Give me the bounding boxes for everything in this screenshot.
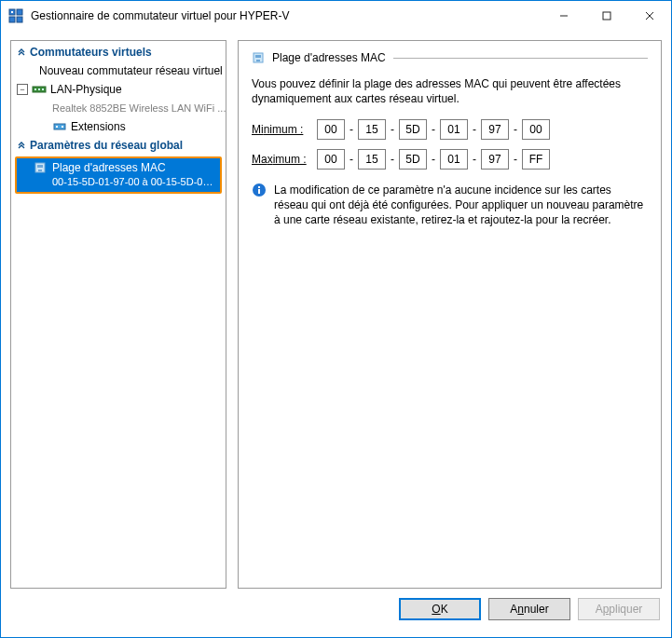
dialog-footer: OK Annuler Appliquer <box>10 589 662 630</box>
tree-item-mac-range[interactable]: Plage d'adresses MAC 00-15-5D-01-97-00 à… <box>17 158 220 192</box>
tree-collapse-icon[interactable]: − <box>17 84 28 95</box>
tree-panel: Commutateurs virtuels Nouveau commutateu… <box>10 40 226 589</box>
svg-rect-4 <box>603 12 610 20</box>
mac-max-1[interactable] <box>317 149 345 170</box>
cancel-button[interactable]: Annuler <box>488 598 570 620</box>
window-title: Gestionnaire de commutateur virtuel pour… <box>31 9 542 22</box>
mac-min-4[interactable] <box>440 119 468 140</box>
svg-rect-2 <box>9 17 15 22</box>
mac-max-inputs: - - - - - <box>317 149 550 170</box>
titlebar: Gestionnaire de commutateur virtuel pour… <box>1 1 671 31</box>
tree-item-mac-range-highlight: Plage d'adresses MAC 00-15-5D-01-97-00 à… <box>15 156 222 194</box>
mac-max-2[interactable] <box>358 149 386 170</box>
tree-item-lan-physique[interactable]: − LAN-Physique <box>11 80 226 99</box>
svg-rect-11 <box>54 124 65 129</box>
nic-icon <box>252 50 267 65</box>
app-icon <box>8 8 23 23</box>
tree-item-sublabel: 00-15-5D-01-97-00 à 00-15-5D-01... <box>34 175 216 189</box>
description-text: Vous pouvez définir la plage des adresse… <box>252 76 648 106</box>
tree-item-label: Plage d'adresses MAC <box>52 161 166 175</box>
info-text: La modification de ce paramètre n'a aucu… <box>274 183 648 227</box>
tree-section-virtual-switches[interactable]: Commutateurs virtuels <box>11 43 226 61</box>
section-divider <box>393 58 648 59</box>
svg-rect-8 <box>34 88 36 90</box>
mac-min-5[interactable] <box>481 119 509 140</box>
switch-icon <box>32 82 47 97</box>
svg-rect-22 <box>258 186 260 188</box>
tree-item-label: Nouveau commutateur réseau virtuel <box>39 63 223 78</box>
tree-item-label: Extensions <box>71 119 126 134</box>
window-controls <box>542 1 671 31</box>
maximize-button[interactable] <box>585 1 628 31</box>
tree-section-label: Paramètres du réseau global <box>30 139 183 152</box>
mac-max-3[interactable] <box>399 149 427 170</box>
svg-rect-13 <box>62 126 63 128</box>
svg-rect-19 <box>256 60 260 61</box>
svg-rect-3 <box>17 17 22 22</box>
tree-item-lan-sub: Realtek 8852BE Wireless LAN WiFi ... <box>11 99 226 117</box>
mac-min-6[interactable] <box>522 119 550 140</box>
min-label: Minimum : <box>252 123 317 136</box>
mac-max-4[interactable] <box>440 149 468 170</box>
svg-rect-9 <box>38 88 40 90</box>
mac-min-3[interactable] <box>399 119 427 140</box>
minimize-button[interactable] <box>542 1 585 31</box>
mac-min-2[interactable] <box>358 119 386 140</box>
svg-rect-15 <box>37 165 43 168</box>
max-label: Maximum : <box>252 153 317 166</box>
svg-rect-18 <box>255 55 261 58</box>
svg-rect-21 <box>258 189 260 194</box>
tree-item-sublabel: Realtek 8852BE Wireless LAN WiFi ... <box>52 101 226 115</box>
chevron-down-icon <box>17 46 26 59</box>
svg-rect-10 <box>42 88 44 90</box>
tree-item-label: LAN-Physique <box>50 82 122 97</box>
close-button[interactable] <box>628 1 671 31</box>
mac-max-row: Maximum : - - - - - <box>252 149 648 170</box>
window-root: Gestionnaire de commutateur virtuel pour… <box>0 0 672 638</box>
content-panel: Plage d'adresses MAC Vous pouvez définir… <box>238 40 662 589</box>
tree-section-global-settings[interactable]: Paramètres du réseau global <box>11 136 226 155</box>
ok-button[interactable]: OK <box>399 598 481 620</box>
tree-section-label: Commutateurs virtuels <box>30 46 152 59</box>
tree-item-extensions[interactable]: Extensions <box>11 117 226 136</box>
mac-min-inputs: - - - - - <box>317 119 550 140</box>
mac-max-5[interactable] <box>481 149 509 170</box>
apply-button: Appliquer <box>578 598 660 620</box>
nic-icon <box>34 160 48 175</box>
panels: Commutateurs virtuels Nouveau commutateu… <box>10 40 662 589</box>
svg-rect-16 <box>38 170 42 171</box>
window-body: Commutateurs virtuels Nouveau commutateu… <box>1 31 671 637</box>
mac-max-6[interactable] <box>522 149 550 170</box>
mac-min-row: Minimum : - - - - - <box>252 119 648 140</box>
mac-min-1[interactable] <box>317 119 345 140</box>
section-heading-row: Plage d'adresses MAC <box>252 50 648 65</box>
chevron-down-icon <box>17 139 26 152</box>
info-icon <box>252 183 267 197</box>
svg-rect-1 <box>17 9 22 15</box>
extensions-icon <box>52 119 67 134</box>
info-row: La modification de ce paramètre n'a aucu… <box>252 183 648 227</box>
section-heading: Plage d'adresses MAC <box>272 51 386 64</box>
svg-rect-12 <box>56 126 58 128</box>
tree-item-new-switch[interactable]: Nouveau commutateur réseau virtuel <box>11 61 226 80</box>
